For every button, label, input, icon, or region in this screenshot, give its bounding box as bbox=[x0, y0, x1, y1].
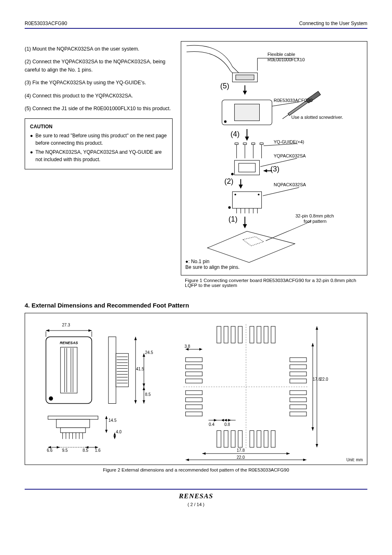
dim-17-8-v: 17.8 bbox=[313, 377, 321, 382]
dim-4-0: 4.0 bbox=[116, 430, 122, 434]
renesas-logo: RENESAS bbox=[25, 492, 367, 500]
svg-rect-7 bbox=[235, 104, 260, 121]
svg-marker-54 bbox=[46, 329, 49, 332]
svg-rect-129 bbox=[290, 365, 307, 369]
fig1-step-2: (2) bbox=[224, 177, 233, 186]
step-1: (1) Mount the NQPACK032SA on the user sy… bbox=[25, 45, 173, 53]
footer-rule bbox=[25, 489, 367, 490]
svg-rect-133 bbox=[290, 398, 307, 402]
dim-6-6: 6.6 bbox=[47, 448, 53, 453]
svg-marker-143 bbox=[202, 452, 205, 455]
svg-text:RENESAS: RENESAS bbox=[60, 341, 78, 345]
step-4: (4) Connect this product to the YQPACK03… bbox=[25, 92, 173, 100]
svg-marker-94 bbox=[113, 436, 116, 439]
svg-rect-104 bbox=[217, 326, 221, 343]
svg-point-41 bbox=[228, 206, 231, 209]
svg-rect-106 bbox=[231, 326, 235, 343]
figure-1-assembly: (5) (4) (3) (2) (1) Flexible cable R0E00… bbox=[181, 41, 367, 275]
figure-2-caption: Figure 2 External dimensions and a recom… bbox=[25, 467, 367, 472]
svg-rect-107 bbox=[238, 326, 242, 343]
fig1-flexcable-part: R0E001000FLX10 bbox=[267, 57, 305, 62]
dim-14-5: 14.5 bbox=[108, 418, 116, 423]
svg-rect-24 bbox=[235, 160, 260, 175]
svg-rect-20 bbox=[251, 143, 255, 144]
dim-41-5: 41.5 bbox=[136, 367, 144, 371]
svg-rect-118 bbox=[264, 430, 268, 447]
dim-1-6: 1.6 bbox=[95, 448, 101, 453]
svg-rect-132 bbox=[290, 391, 307, 395]
fig1-footpattern-1: 32-pin 0.8mm pitch bbox=[295, 213, 334, 218]
dim-22-0-v: 22.0 bbox=[320, 377, 328, 382]
fig1-flexcable-label: Flexible cable bbox=[267, 52, 295, 57]
svg-marker-31 bbox=[239, 185, 243, 189]
fig1-board-part: R0E53033ACFG90 bbox=[274, 98, 313, 103]
doc-part-number: R0E53033ACFG90 bbox=[25, 21, 67, 26]
header-rule bbox=[25, 28, 367, 29]
fig1-footpattern-2: foot pattern bbox=[304, 219, 327, 224]
svg-line-12 bbox=[283, 115, 289, 119]
svg-rect-125 bbox=[186, 398, 203, 402]
svg-rect-108 bbox=[250, 326, 254, 343]
svg-marker-5 bbox=[243, 91, 247, 95]
svg-rect-119 bbox=[271, 430, 275, 447]
svg-rect-32 bbox=[233, 192, 262, 208]
fig1-step-1: (1) bbox=[228, 215, 238, 224]
svg-rect-123 bbox=[186, 379, 203, 383]
dim-3-8: 3.8 bbox=[184, 344, 190, 349]
step-2: (2) Connect the YQPACK032SA to the NQPAC… bbox=[25, 58, 173, 74]
fig1-step-4: (4) bbox=[231, 130, 240, 139]
svg-marker-137 bbox=[316, 326, 318, 330]
svg-rect-134 bbox=[290, 405, 307, 409]
dim-17-8-h: 17.8 bbox=[237, 448, 244, 453]
dim-24-5: 24.5 bbox=[145, 350, 153, 355]
svg-rect-59 bbox=[116, 354, 128, 387]
svg-marker-72 bbox=[134, 400, 137, 403]
svg-rect-16 bbox=[235, 143, 238, 144]
fig1-yqguide: YQ-GUIDE(×4) bbox=[274, 139, 304, 144]
dim-0-8: 0.8 bbox=[224, 422, 230, 427]
svg-rect-131 bbox=[290, 379, 307, 383]
svg-rect-58 bbox=[108, 337, 116, 403]
fig1-note-1: ●: No.1 pin bbox=[185, 259, 210, 264]
svg-rect-81 bbox=[60, 428, 85, 432]
svg-rect-121 bbox=[186, 365, 203, 369]
fig1-nqpack: NQPACK032SA bbox=[274, 182, 306, 187]
svg-rect-111 bbox=[271, 326, 275, 343]
step-3: (3) Fix the YQPACK032SA by using the YQ-… bbox=[25, 79, 173, 87]
svg-rect-114 bbox=[231, 430, 235, 447]
svg-rect-80 bbox=[56, 419, 90, 428]
svg-rect-128 bbox=[290, 358, 307, 362]
fig1-yqpack: YQPACK032SA bbox=[274, 153, 306, 158]
svg-rect-110 bbox=[264, 326, 268, 343]
svg-marker-14 bbox=[245, 136, 249, 141]
dim-22-0-h: 22.0 bbox=[237, 455, 244, 460]
bullet-icon: ● bbox=[30, 132, 33, 147]
fig1-step-3: (3) bbox=[270, 165, 279, 173]
page-number: ( 2 / 14 ) bbox=[25, 502, 367, 507]
svg-marker-29 bbox=[264, 169, 267, 172]
svg-rect-1 bbox=[236, 75, 254, 80]
caution-item-2: The NQPACK032SA, YQPACK032SA and YQ-GUID… bbox=[35, 148, 167, 163]
svg-marker-144 bbox=[286, 452, 290, 455]
section-4-heading: 4. External Dimensions and Recommended F… bbox=[25, 302, 367, 309]
fig1-screwdriver: Use a slotted screwdriver. bbox=[291, 115, 343, 120]
dim-9-5: 9.5 bbox=[62, 448, 68, 453]
svg-marker-71 bbox=[134, 337, 137, 340]
svg-line-42 bbox=[263, 187, 299, 196]
svg-rect-130 bbox=[290, 372, 307, 376]
svg-rect-120 bbox=[186, 358, 203, 362]
svg-marker-149 bbox=[214, 419, 217, 421]
svg-point-46 bbox=[49, 396, 53, 400]
svg-marker-91 bbox=[105, 430, 108, 432]
dim-0-4: 0.4 bbox=[209, 422, 214, 427]
svg-marker-75 bbox=[143, 384, 145, 387]
dim-8-5: 8.5 bbox=[145, 392, 151, 397]
svg-marker-97 bbox=[57, 446, 60, 449]
svg-marker-55 bbox=[88, 329, 92, 332]
svg-marker-90 bbox=[105, 416, 108, 419]
svg-rect-45 bbox=[46, 337, 92, 403]
svg-rect-115 bbox=[238, 430, 242, 447]
svg-marker-77 bbox=[143, 387, 145, 390]
svg-marker-140 bbox=[311, 343, 314, 346]
fig1-step-5: (5) bbox=[220, 82, 229, 90]
